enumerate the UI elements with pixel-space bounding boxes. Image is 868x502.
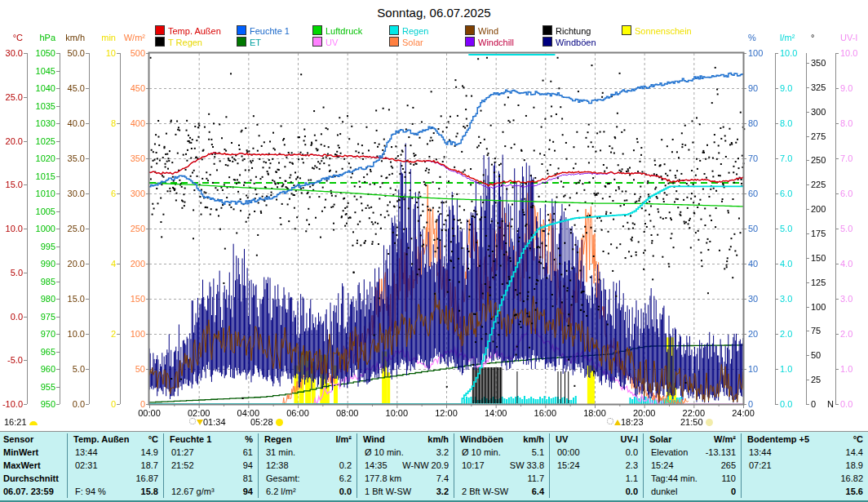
axis-tick-label: 70 <box>748 154 758 163</box>
x-axis-label: 24:00 <box>732 408 755 418</box>
axis-tick-label: 1025 <box>13 136 55 145</box>
table-cell-value: 14.4 <box>747 447 863 458</box>
legend-label: Luftdruck <box>326 26 362 36</box>
astro-time-05-28: 05:28 <box>250 417 283 427</box>
moon-outline-icon <box>189 418 196 424</box>
table-cell-value: 265 <box>649 460 736 471</box>
moonrise-icon <box>607 417 621 427</box>
table-cell-value: 81 <box>170 473 253 484</box>
axis-tick-label: 100 <box>811 302 826 311</box>
sun-icon <box>276 419 283 426</box>
table-cell-value: W-NW 20.9 <box>363 460 449 471</box>
table-column-separator <box>356 433 357 498</box>
legend-item-uv: UV <box>312 37 338 47</box>
table-cell-value: 94 <box>170 460 253 471</box>
axis-tick-label: 2.0 <box>780 330 792 339</box>
axis-tick-label: 350 <box>811 58 826 67</box>
axis-tick-label: 90 <box>748 84 758 93</box>
legend-label: Regen <box>402 26 428 36</box>
axis-tick-label: 400 <box>103 119 145 128</box>
axis-tick-label: 40 <box>748 260 758 269</box>
axis-tick-label: 7.0 <box>780 154 792 163</box>
axis-tick-label: 985 <box>13 277 55 286</box>
axis-tick-label: 10.0 <box>780 49 797 58</box>
astro-time-label: 01:34 <box>203 417 226 427</box>
axis-tick-label: 10.0 <box>840 49 857 58</box>
axis-tick-label: 175 <box>811 229 826 238</box>
axis-header-l/m²: l/m² <box>780 33 795 42</box>
legend-item-temp-au-en: Temp. Außen <box>155 25 221 35</box>
table-cell-value: 11.7 <box>460 473 544 484</box>
axis-tick-label: 3.0 <box>780 295 792 304</box>
axis-tick-label: 8.0 <box>840 119 852 128</box>
astro-time-21-50: 21:50 <box>680 417 713 427</box>
table-cell-value: 0.2 <box>264 460 352 471</box>
table-cell-value: 18.9 <box>747 460 863 471</box>
axis-tick-label: 20 <box>748 330 758 339</box>
up-arrow-icon <box>614 420 621 425</box>
axis-tick-label: 5.0 <box>42 365 85 374</box>
legend-label: T Regen <box>168 38 202 47</box>
table-cell: 31 min. <box>266 447 295 458</box>
axis-tick-label: 50 <box>748 224 758 233</box>
table-col-unit: % <box>170 434 253 445</box>
legend-swatch-icon <box>237 25 246 35</box>
table-cell-value: 0.0 <box>556 486 638 497</box>
table-cell-value: 6.4 <box>460 486 544 497</box>
table-cell-value: 0 <box>649 486 736 497</box>
legend-label: Feuchte 1 <box>250 26 290 36</box>
table-cell-value: 16.87 <box>73 473 158 484</box>
axis-tick-label: 9.0 <box>780 84 792 93</box>
legend-label: Solar <box>402 38 423 47</box>
astro-time-label: 21:50 <box>680 417 703 427</box>
legend-item-luftdruck: Luftdruck <box>312 25 362 35</box>
legend-item-windchill: Windchill <box>465 37 514 47</box>
axis-tick-label: 3.0 <box>840 295 852 304</box>
legend-label: Sonnenschein <box>635 26 692 36</box>
x-axis-label: 06:00 <box>286 408 309 418</box>
legend-item-richtung: Richtung <box>542 25 591 35</box>
legend-swatch-icon <box>155 25 165 35</box>
legend-swatch-icon <box>312 25 322 35</box>
axis-tick-label: 300 <box>103 189 145 198</box>
table-column-separator <box>258 433 259 498</box>
axis-tick-label: 1.0 <box>780 365 792 374</box>
axis-tick-label: 25.0 <box>0 92 23 101</box>
axis-tick-label: 25.0 <box>42 224 85 233</box>
axis-tick-label: 350 <box>103 154 145 163</box>
x-axis-label: 10:00 <box>386 408 409 418</box>
legend-item-t-regen: T Regen <box>155 37 202 47</box>
sun-icon <box>706 419 713 426</box>
axis-tick-label: 1035 <box>13 101 55 110</box>
x-axis-label: 00:00 <box>138 408 161 418</box>
astro-time-label: 16:21 <box>4 417 27 427</box>
legend-label: UV <box>326 38 338 47</box>
axis-tick-label: 7.0 <box>840 154 852 163</box>
table-cell-value: 18.7 <box>73 460 158 471</box>
axis-header-UV-I: UV-I <box>840 33 857 42</box>
axis-tick-label: 25 <box>811 375 821 384</box>
table-cell-value: 5.1 <box>460 447 544 458</box>
table-col-unit: °C <box>73 434 158 445</box>
legend-swatch-icon <box>155 37 165 47</box>
axis-tick-label: 9.0 <box>840 84 852 93</box>
legend-label: Wind <box>478 26 498 36</box>
axis-tick-label: 150 <box>103 295 145 304</box>
legend-item-feuchte-1: Feuchte 1 <box>237 25 290 35</box>
table-column-separator <box>67 433 68 498</box>
axis-tick-label: 75 <box>811 327 821 335</box>
axis-tick-label: 995 <box>13 242 55 251</box>
legend-item-regen: Regen <box>389 25 428 35</box>
table-cell-value: 3.2 <box>363 486 449 497</box>
table-row-label: 06.07. 23:59 <box>3 486 54 497</box>
table-column-separator <box>163 433 164 498</box>
axis-tick-label: 965 <box>13 347 55 356</box>
table-column-separator <box>454 433 454 498</box>
axis-tick-label: 0.0 <box>780 400 792 409</box>
x-axis-label: 08:00 <box>336 408 359 418</box>
table-cell-value: 3.2 <box>363 447 449 458</box>
axis-tick-label: 100 <box>103 330 145 339</box>
table-cell-value: 14.9 <box>73 447 158 458</box>
legend-label: Temp. Außen <box>168 26 221 36</box>
axis-tick-label: 1045 <box>13 66 55 75</box>
